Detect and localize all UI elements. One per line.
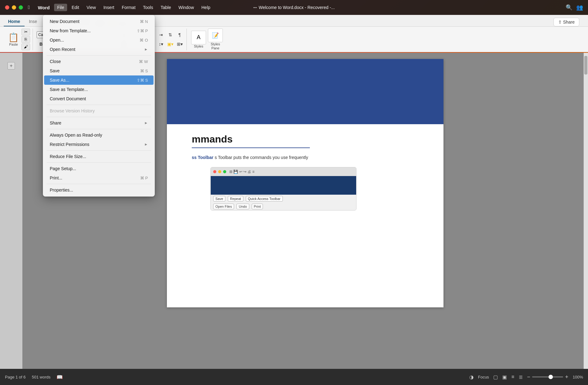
menu-page-setup[interactable]: Page Setup... xyxy=(44,164,154,173)
paste-button[interactable]: 📋 Paste xyxy=(6,31,21,48)
window-title: ••• Welcome to Word.docx - Recovered -..… xyxy=(253,5,335,10)
zoom-level: 100% xyxy=(573,375,583,379)
menu-browse-version-history: Browse Version History xyxy=(44,106,154,116)
user-icon[interactable]: 👥 xyxy=(576,4,583,11)
separator-6 xyxy=(47,162,151,163)
separator-1 xyxy=(47,55,151,56)
tab-insert[interactable]: Inse xyxy=(25,17,41,26)
format-painter-button[interactable]: 🖌 xyxy=(21,43,30,50)
sub-close-button[interactable] xyxy=(213,170,216,173)
view-page-icon[interactable]: ▢ xyxy=(493,374,498,380)
view-list-icon[interactable]: ≡ xyxy=(511,374,514,380)
menu-item-tools[interactable]: Tools xyxy=(140,4,156,11)
file-menu-dropdown: New Document ⌘ N New from Template... ⇧⌘… xyxy=(43,15,155,197)
zoom-track[interactable] xyxy=(532,376,563,378)
repeat-tooltip: Repeat xyxy=(228,196,243,202)
zoom-slider: − + xyxy=(527,374,568,380)
share-button[interactable]: ⇧ Share xyxy=(554,18,579,26)
menu-open-recent[interactable]: Open Recent ► xyxy=(44,45,154,54)
menu-open[interactable]: Open... ⌘ O xyxy=(44,35,154,45)
sub-titlebar: ⊞ 💾 ↩ ↪ 🖨 ≡ xyxy=(211,167,356,176)
styles-pane-button[interactable]: 📝 StylesPane xyxy=(208,29,223,50)
paste-icon: 📋 xyxy=(8,32,19,43)
menu-save-as[interactable]: Save As... ⇧⌘ S xyxy=(44,75,154,85)
menu-new-document[interactable]: New Document ⌘ N xyxy=(44,17,154,26)
paste-group: 📋 Paste ✂ ⎘ 🖌 xyxy=(4,29,33,50)
borders-button[interactable]: ⊞▾ xyxy=(175,40,184,48)
clipboard-options: ✂ ⎘ 🖌 xyxy=(21,29,30,50)
increase-indent-button[interactable]: ⇥ xyxy=(157,31,165,39)
menu-item-word[interactable]: Word xyxy=(35,4,53,11)
zoom-in-button[interactable]: + xyxy=(565,374,568,380)
document-page: mmands ss Toolbar s Toolbar puts the com… xyxy=(167,59,443,307)
doc-subwindow: ⊞ 💾 ↩ ↪ 🖨 ≡ Save Repeat Quick Access Too… xyxy=(210,167,356,211)
maximize-button[interactable] xyxy=(19,5,23,10)
menu-item-view[interactable]: View xyxy=(84,4,99,11)
left-sidebar: + xyxy=(0,53,22,369)
sort-button[interactable]: ⇅ xyxy=(166,31,175,39)
view-layout-icon[interactable]: ▣ xyxy=(502,374,507,380)
menu-restrict-permissions[interactable]: Restrict Permissions ► xyxy=(44,140,154,149)
scrollbar-thumb[interactable] xyxy=(584,56,587,75)
menu-new-from-template[interactable]: New from Template... ⇧⌘ P xyxy=(44,26,154,35)
word-count-icon[interactable]: 📖 xyxy=(57,374,63,380)
show-hide-button[interactable]: ¶ xyxy=(175,31,184,39)
view-columns-icon[interactable]: ≣ xyxy=(519,374,523,380)
shading-button[interactable]: ▣▾ xyxy=(166,40,175,48)
menu-reduce-file-size[interactable]: Reduce File Size... xyxy=(44,152,154,161)
zoom-out-button[interactable]: − xyxy=(527,374,531,380)
zoom-thumb[interactable] xyxy=(549,375,553,379)
word-count: 501 words xyxy=(32,375,51,379)
apple-logo[interactable]:  xyxy=(28,5,30,10)
status-bar: Page 1 of 6 501 words 📖 ◑ Focus ▢ ▣ ≡ ≣ … xyxy=(0,369,588,385)
bottom-tooltips: Open Files Undo Print xyxy=(211,203,356,210)
copy-button[interactable]: ⎘ xyxy=(21,36,30,43)
tooltip-container: Save Repeat Quick Access Toolbar xyxy=(211,195,356,203)
doc-header-image xyxy=(167,59,443,124)
title-bar:  Word File Edit View Insert Format Tool… xyxy=(0,0,588,15)
menu-properties[interactable]: Properties... xyxy=(44,185,154,195)
page-count: Page 1 of 6 xyxy=(5,375,26,379)
minimize-button[interactable] xyxy=(12,5,16,10)
close-button[interactable] xyxy=(5,5,9,10)
menu-close[interactable]: Close ⌘ W xyxy=(44,57,154,66)
status-right: ◑ Focus ▢ ▣ ≡ ≣ − + 100% xyxy=(469,374,583,380)
menu-item-file[interactable]: File xyxy=(54,4,67,11)
menu-item-window[interactable]: Window xyxy=(175,4,197,11)
separator-2 xyxy=(47,105,151,105)
menu-item-table[interactable]: Table xyxy=(158,4,174,11)
scrollbar[interactable] xyxy=(584,53,588,369)
sub-content-bar xyxy=(211,176,356,195)
save-tooltip: Save xyxy=(213,196,225,202)
menu-item-help[interactable]: Help xyxy=(198,4,214,11)
focus-label[interactable]: Focus xyxy=(478,375,489,379)
doc-underline xyxy=(192,147,310,148)
styles-button[interactable]: A Styles xyxy=(191,31,206,48)
menu-item-edit[interactable]: Edit xyxy=(68,4,82,11)
separator-5 xyxy=(47,150,151,151)
open-files-tooltip: Open Files xyxy=(213,204,234,209)
menu-always-open-read-only[interactable]: Always Open as Read-only xyxy=(44,130,154,140)
sub-maximize-button[interactable] xyxy=(223,170,226,173)
separator-4 xyxy=(47,129,151,129)
menu-save[interactable]: Save ⌘ S xyxy=(44,66,154,75)
menu-print[interactable]: Print... ⌘ P xyxy=(44,173,154,183)
menu-save-as-template[interactable]: Save as Template... xyxy=(44,85,154,94)
focus-icon[interactable]: ◑ xyxy=(469,374,474,380)
menu-convert-document[interactable]: Convert Document xyxy=(44,94,154,103)
traffic-lights xyxy=(0,5,28,10)
menu-share[interactable]: Share ► xyxy=(44,118,154,128)
menu-item-insert[interactable]: Insert xyxy=(100,4,117,11)
tab-home[interactable]: Home xyxy=(4,17,25,26)
separator-7 xyxy=(47,184,151,184)
line-spacing-button[interactable]: ↕▾ xyxy=(157,40,165,48)
doc-heading: mmands xyxy=(192,134,419,145)
menu-item-format[interactable]: Format xyxy=(119,4,139,11)
quick-access-tooltip: Quick Access Toolbar xyxy=(246,196,283,202)
sub-toolbar-icons: ⊞ 💾 ↩ ↪ 🖨 ≡ xyxy=(229,170,255,174)
sub-minimize-button[interactable] xyxy=(218,170,221,173)
doc-body: ss Toolbar s Toolbar puts the commands y… xyxy=(192,154,419,161)
add-content-button[interactable]: + xyxy=(7,62,15,70)
cut-button[interactable]: ✂ xyxy=(21,29,30,35)
search-icon[interactable]: 🔍 xyxy=(566,4,572,11)
